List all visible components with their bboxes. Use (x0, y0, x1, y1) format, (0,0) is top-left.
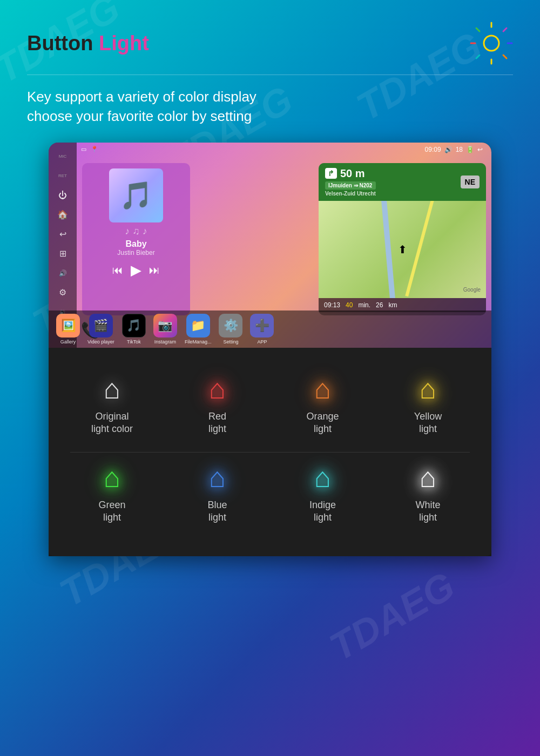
house-icon-yellow: ⌂ (420, 375, 436, 403)
car-screen: MIC RET ⏻ 🏠 ↩ ⊞ 🔊 ⚙ 🔉 ▭ 📍 (49, 143, 491, 348)
app-setting[interactable]: ⚙️ Setting (219, 314, 242, 345)
music-player: 🎵 ♪ ♫ ♪ Baby Justin Bieber ⏮ ▶ ⏭ (82, 163, 190, 315)
destination-label: Velsen-Zuid Utrecht (325, 191, 376, 197)
nav-arrow: ⬆ (398, 243, 407, 256)
house-icon-orange: ⌂ (314, 375, 331, 403)
label-green: Greenlight (98, 499, 125, 524)
house-icon-indigo: ⌂ (314, 463, 331, 491)
google-label: Google (463, 287, 481, 293)
compass: NE (461, 176, 480, 188)
filemanager-icon[interactable]: 📁 (186, 314, 210, 338)
gallery-label: Gallery (60, 339, 76, 345)
sun-color-icon (470, 22, 513, 65)
nav-map: Google ⬆ (319, 201, 486, 298)
settings-btn[interactable]: ⚙ (54, 284, 71, 301)
maps-icon: 📍 (91, 146, 98, 153)
app-video-player[interactable]: 🎬 Video player (87, 314, 114, 345)
power-btn[interactable]: ⏻ (54, 187, 71, 204)
status-right: 09:09 🔊 18 🔋 ↩ (425, 146, 483, 153)
min-label: min. (358, 301, 370, 309)
route-label: IJmuiden ⇒ N202 (325, 181, 376, 190)
app-tiktok[interactable]: 🎵 TikTok (122, 314, 146, 345)
play-btn[interactable]: ▶ (131, 262, 141, 279)
page-title: Button Light (27, 32, 149, 55)
page-content: Button Light Key support a variety of co… (0, 0, 540, 572)
status-bar: ▭ 📍 09:09 🔊 18 🔋 ↩ (49, 143, 491, 156)
app-icons-row: 🖼️ Gallery 🎬 Video player 🎵 TikTok 📷 Ins… (49, 310, 491, 348)
house-icon-blue: ⌂ (209, 463, 226, 491)
screen-icon: ▭ (81, 146, 86, 153)
prev-btn[interactable]: ⏮ (112, 264, 123, 276)
svg-line-8 (476, 55, 480, 58)
house-icon-green: ⌂ (104, 463, 120, 491)
back-btn[interactable]: ↩ (54, 226, 71, 243)
nav-mins: 40 (346, 301, 353, 309)
nav-header: ↱ 50 m IJmuiden ⇒ N202 Velsen-Zuid Utrec… (319, 163, 486, 201)
volume-icon: 🔊 (444, 146, 453, 153)
title-divider (27, 75, 513, 75)
arrival-time: 09:13 (324, 301, 340, 309)
light-blue: ⌂ Bluelight (165, 453, 270, 535)
watermark: TDAEG (322, 563, 462, 669)
video-player-icon[interactable]: 🎬 (89, 314, 113, 338)
svg-line-7 (503, 28, 507, 31)
nav-km: 26 (376, 301, 383, 309)
home-btn[interactable]: 🏠 (54, 206, 71, 224)
return-icon: ↩ (477, 146, 483, 153)
label-white: Whitelight (415, 499, 440, 524)
instagram-icon[interactable]: 📷 (153, 314, 177, 338)
app-instagram[interactable]: 📷 Instagram (153, 314, 177, 345)
car-unit: MIC RET ⏻ 🏠 ↩ ⊞ 🔊 ⚙ 🔉 ▭ 📍 (49, 143, 491, 557)
app-add[interactable]: ➕ APP (250, 314, 274, 345)
label-red: Redlight (208, 410, 226, 436)
label-orange: Orangelight (306, 410, 339, 436)
light-white: ⌂ Whitelight (375, 453, 481, 535)
album-art: 🎵 (109, 168, 163, 222)
tiktok-icon[interactable]: 🎵 (122, 314, 146, 338)
km-label: km (388, 301, 397, 309)
bottom-panel: ⌂ Originallight color ⌂ Redlight ⌂ Orang… (49, 348, 491, 557)
gallery-icon[interactable]: 🖼️ (56, 314, 80, 338)
add-app-icon[interactable]: ➕ (250, 314, 274, 338)
light-yellow: ⌂ Yellowlight (375, 364, 481, 447)
app-gallery[interactable]: 🖼️ Gallery (56, 314, 80, 345)
music-note-decoration: ♪ ♫ ♪ (125, 226, 147, 237)
light-grid-row1: ⌂ Originallight color ⌂ Redlight ⌂ Orang… (59, 364, 481, 447)
next-btn[interactable]: ⏭ (149, 264, 160, 276)
add-app-label: APP (257, 339, 267, 345)
mic-label: MIC (54, 148, 71, 165)
title-button-word: Button (27, 32, 93, 55)
song-title: Baby (125, 239, 146, 249)
nav-distance: 50 m (340, 167, 365, 180)
setting-icon[interactable]: ⚙️ (219, 314, 242, 338)
svg-point-0 (484, 36, 499, 51)
menu-btn[interactable]: ⊞ (54, 245, 71, 262)
light-red: ⌂ Redlight (165, 364, 270, 447)
video-player-label: Video player (87, 339, 114, 345)
house-icon-red: ⌂ (209, 375, 226, 403)
tiktok-label: TikTok (127, 339, 141, 345)
time-display: 09:09 (425, 146, 441, 153)
nav-panel: ↱ 50 m IJmuiden ⇒ N202 Velsen-Zuid Utrec… (319, 163, 486, 315)
vol-up-btn[interactable]: 🔊 (54, 265, 71, 282)
label-indigo: Indigelight (309, 499, 336, 524)
nav-road-2 (381, 201, 395, 298)
music-controls[interactable]: ⏮ ▶ ⏭ (112, 262, 160, 279)
ret-label: RET (54, 167, 71, 185)
nav-road-1 (405, 201, 436, 296)
app-filemanager[interactable]: 📁 FileManag... (185, 314, 212, 345)
title-light-word: Light (99, 32, 149, 55)
status-left: ▭ 📍 (81, 146, 98, 153)
house-icon-white: ⌂ (420, 463, 436, 491)
battery-icon: 🔋 (466, 146, 474, 153)
svg-line-6 (503, 55, 507, 58)
light-green: ⌂ Greenlight (59, 453, 165, 535)
volume-level: 18 (456, 146, 463, 153)
filemanager-label: FileManag... (185, 339, 212, 345)
svg-line-5 (476, 28, 480, 31)
setting-label: Setting (223, 339, 238, 345)
label-yellow: Yellowlight (414, 410, 442, 436)
song-artist: Justin Bieber (117, 249, 154, 256)
light-original: ⌂ Originallight color (59, 364, 165, 447)
instagram-label: Instagram (154, 339, 176, 345)
